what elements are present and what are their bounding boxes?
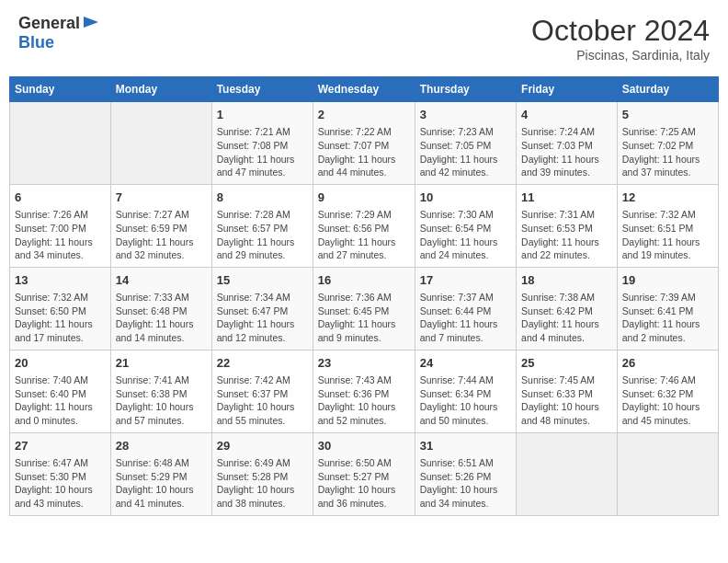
day-info: Sunrise: 7:26 AM Sunset: 7:00 PM Dayligh… <box>15 208 106 262</box>
day-info: Sunrise: 7:45 AM Sunset: 6:33 PM Dayligh… <box>521 373 612 428</box>
day-number: 16 <box>318 272 410 289</box>
calendar-cell: 10Sunrise: 7:30 AM Sunset: 6:54 PM Dayli… <box>415 184 516 267</box>
day-number: 26 <box>622 355 713 372</box>
day-info: Sunrise: 7:22 AM Sunset: 7:07 PM Dayligh… <box>318 125 410 179</box>
weekday-header-tuesday: Tuesday <box>211 77 313 102</box>
calendar-cell: 3Sunrise: 7:23 AM Sunset: 7:05 PM Daylig… <box>415 102 516 185</box>
day-number: 19 <box>622 272 713 289</box>
day-number: 3 <box>420 107 511 123</box>
day-number: 2 <box>318 107 410 123</box>
weekday-header-wednesday: Wednesday <box>313 77 415 102</box>
calendar-cell: 17Sunrise: 7:37 AM Sunset: 6:44 PM Dayli… <box>415 267 516 350</box>
logo-general-text: General <box>18 14 80 33</box>
calendar-cell: 19Sunrise: 7:39 AM Sunset: 6:41 PM Dayli… <box>617 267 718 350</box>
day-number: 10 <box>420 190 511 206</box>
calendar-week-row: 20Sunrise: 7:40 AM Sunset: 6:40 PM Dayli… <box>10 350 719 432</box>
day-number: 14 <box>116 272 207 289</box>
calendar-week-row: 27Sunrise: 6:47 AM Sunset: 5:30 PM Dayli… <box>10 432 719 515</box>
calendar-cell: 15Sunrise: 7:34 AM Sunset: 6:47 PM Dayli… <box>211 267 313 350</box>
calendar-week-row: 13Sunrise: 7:32 AM Sunset: 6:50 PM Dayli… <box>10 267 719 350</box>
day-number: 30 <box>318 438 410 454</box>
calendar-cell <box>10 102 111 185</box>
day-info: Sunrise: 7:25 AM Sunset: 7:02 PM Dayligh… <box>622 125 713 179</box>
calendar-week-row: 6Sunrise: 7:26 AM Sunset: 7:00 PM Daylig… <box>10 184 719 267</box>
title-block: October 2024 Piscinas, Sardinia, Italy <box>531 14 710 63</box>
calendar-cell: 1Sunrise: 7:21 AM Sunset: 7:08 PM Daylig… <box>211 102 313 185</box>
calendar-cell: 31Sunrise: 6:51 AM Sunset: 5:26 PM Dayli… <box>415 432 516 515</box>
day-info: Sunrise: 7:32 AM Sunset: 6:50 PM Dayligh… <box>15 291 106 345</box>
calendar-cell: 5Sunrise: 7:25 AM Sunset: 7:02 PM Daylig… <box>617 102 718 185</box>
day-info: Sunrise: 6:50 AM Sunset: 5:27 PM Dayligh… <box>318 456 410 511</box>
day-number: 21 <box>116 355 207 372</box>
calendar-cell: 29Sunrise: 6:49 AM Sunset: 5:28 PM Dayli… <box>211 432 313 515</box>
day-info: Sunrise: 7:32 AM Sunset: 6:51 PM Dayligh… <box>622 208 713 262</box>
day-number: 11 <box>521 190 612 206</box>
calendar-cell: 14Sunrise: 7:33 AM Sunset: 6:48 PM Dayli… <box>110 267 211 350</box>
day-info: Sunrise: 7:28 AM Sunset: 6:57 PM Dayligh… <box>217 208 308 262</box>
day-info: Sunrise: 7:37 AM Sunset: 6:44 PM Dayligh… <box>420 291 511 345</box>
day-number: 8 <box>217 190 308 206</box>
calendar-cell <box>617 432 718 515</box>
calendar-cell: 21Sunrise: 7:41 AM Sunset: 6:38 PM Dayli… <box>110 350 211 432</box>
day-info: Sunrise: 7:44 AM Sunset: 6:34 PM Dayligh… <box>420 373 511 428</box>
calendar-cell <box>110 102 211 185</box>
calendar-cell: 28Sunrise: 6:48 AM Sunset: 5:29 PM Dayli… <box>110 432 211 515</box>
weekday-header-sunday: Sunday <box>10 77 111 102</box>
calendar-table: SundayMondayTuesdayWednesdayThursdayFrid… <box>9 76 719 516</box>
calendar-cell: 8Sunrise: 7:28 AM Sunset: 6:57 PM Daylig… <box>211 184 313 267</box>
day-info: Sunrise: 7:30 AM Sunset: 6:54 PM Dayligh… <box>420 208 511 262</box>
calendar-cell: 27Sunrise: 6:47 AM Sunset: 5:30 PM Dayli… <box>10 432 111 515</box>
day-number: 29 <box>217 438 308 454</box>
day-info: Sunrise: 7:34 AM Sunset: 6:47 PM Dayligh… <box>217 291 308 345</box>
day-number: 23 <box>318 355 410 372</box>
day-number: 31 <box>420 438 511 454</box>
day-number: 9 <box>318 190 410 206</box>
weekday-header-saturday: Saturday <box>617 77 718 102</box>
day-info: Sunrise: 7:38 AM Sunset: 6:42 PM Dayligh… <box>521 291 612 345</box>
day-info: Sunrise: 6:49 AM Sunset: 5:28 PM Dayligh… <box>217 456 308 511</box>
day-info: Sunrise: 7:40 AM Sunset: 6:40 PM Dayligh… <box>15 373 106 428</box>
day-number: 7 <box>116 190 207 206</box>
weekday-header-monday: Monday <box>110 77 211 102</box>
day-info: Sunrise: 6:47 AM Sunset: 5:30 PM Dayligh… <box>15 456 106 511</box>
weekday-header-thursday: Thursday <box>415 77 516 102</box>
calendar-cell: 20Sunrise: 7:40 AM Sunset: 6:40 PM Dayli… <box>10 350 111 432</box>
calendar-cell: 30Sunrise: 6:50 AM Sunset: 5:27 PM Dayli… <box>313 432 415 515</box>
logo-blue-text: Blue <box>18 33 54 52</box>
day-number: 18 <box>521 272 612 289</box>
day-number: 12 <box>622 190 713 206</box>
calendar-cell: 22Sunrise: 7:42 AM Sunset: 6:37 PM Dayli… <box>211 350 313 432</box>
day-info: Sunrise: 6:48 AM Sunset: 5:29 PM Dayligh… <box>116 456 207 511</box>
calendar-cell <box>517 432 618 515</box>
day-info: Sunrise: 7:42 AM Sunset: 6:37 PM Dayligh… <box>217 373 308 428</box>
day-info: Sunrise: 7:36 AM Sunset: 6:45 PM Dayligh… <box>318 291 410 345</box>
day-number: 28 <box>116 438 207 454</box>
day-number: 4 <box>521 107 612 123</box>
calendar-week-row: 1Sunrise: 7:21 AM Sunset: 7:08 PM Daylig… <box>10 102 719 185</box>
day-info: Sunrise: 7:27 AM Sunset: 6:59 PM Dayligh… <box>116 208 207 262</box>
day-info: Sunrise: 7:21 AM Sunset: 7:08 PM Dayligh… <box>217 125 308 179</box>
calendar-cell: 13Sunrise: 7:32 AM Sunset: 6:50 PM Dayli… <box>10 267 111 350</box>
day-number: 15 <box>217 272 308 289</box>
month-title: October 2024 <box>531 14 710 48</box>
location-subtitle: Piscinas, Sardinia, Italy <box>531 48 710 63</box>
weekday-header-friday: Friday <box>517 77 618 102</box>
day-info: Sunrise: 7:33 AM Sunset: 6:48 PM Dayligh… <box>116 291 207 345</box>
calendar-cell: 18Sunrise: 7:38 AM Sunset: 6:42 PM Dayli… <box>517 267 618 350</box>
logo-flag-icon <box>82 15 100 33</box>
day-number: 24 <box>420 355 511 372</box>
calendar-cell: 9Sunrise: 7:29 AM Sunset: 6:56 PM Daylig… <box>313 184 415 267</box>
page-header: General Blue October 2024 Piscinas, Sard… <box>9 9 719 67</box>
calendar-cell: 11Sunrise: 7:31 AM Sunset: 6:53 PM Dayli… <box>517 184 618 267</box>
logo: General Blue <box>18 14 100 52</box>
day-info: Sunrise: 7:43 AM Sunset: 6:36 PM Dayligh… <box>318 373 410 428</box>
calendar-cell: 23Sunrise: 7:43 AM Sunset: 6:36 PM Dayli… <box>313 350 415 432</box>
calendar-cell: 2Sunrise: 7:22 AM Sunset: 7:07 PM Daylig… <box>313 102 415 185</box>
day-number: 20 <box>15 355 106 372</box>
calendar-cell: 12Sunrise: 7:32 AM Sunset: 6:51 PM Dayli… <box>617 184 718 267</box>
day-info: Sunrise: 7:29 AM Sunset: 6:56 PM Dayligh… <box>318 208 410 262</box>
day-info: Sunrise: 7:31 AM Sunset: 6:53 PM Dayligh… <box>521 208 612 262</box>
svg-marker-0 <box>84 17 98 28</box>
day-number: 17 <box>420 272 511 289</box>
day-info: Sunrise: 7:24 AM Sunset: 7:03 PM Dayligh… <box>521 125 612 179</box>
